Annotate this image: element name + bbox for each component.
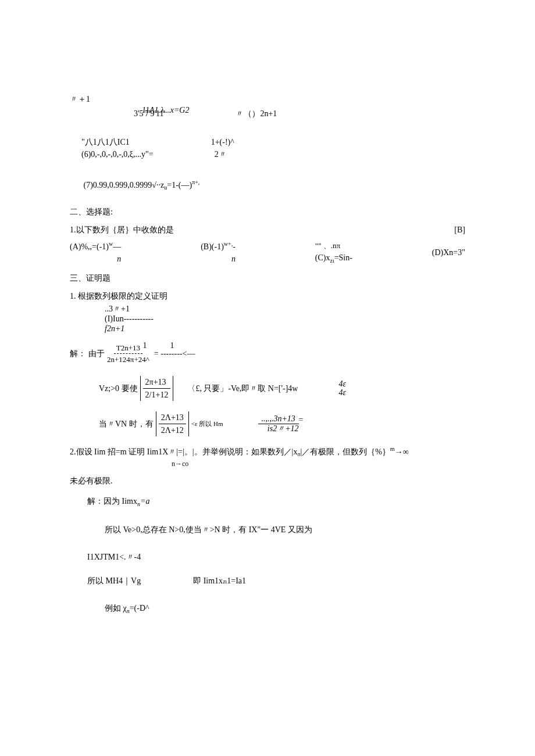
frag3-right: 1+(-!)^	[211, 136, 234, 148]
p2-line-5: 例如 χn=(-D^	[105, 602, 465, 615]
p2-cont: 未必有极限.	[70, 475, 465, 487]
solution-line-1: 解： 由于 T2n+13 2n+124π+24^ = --------<— 1 …	[70, 342, 465, 366]
p2-text-a: 2.假设 Iim 招=m 证明 Iim1X〃|=|。|。并举例说明：如果数列／|…	[70, 447, 297, 456]
fragment-line-5: (7)0.99,0.999,0.9999√··zu=1-(—)π+,	[70, 178, 465, 192]
option-c-top1: ""	[315, 241, 322, 250]
fragment-line-2: 3'5'7'9'11' 11A1.λ...x=G2 〃（）2n+1	[70, 108, 465, 120]
section-2-title: 二、选择题:	[70, 206, 465, 218]
p2-line-3: I1XJTM1<.〃-4	[87, 551, 465, 563]
p1-line3: f2n+1	[105, 324, 465, 334]
abs1-bot: 2/1+12	[143, 389, 171, 401]
question-1: 1.以下数列｛居｝中收敛的是 [B]	[70, 224, 465, 236]
p2-line4-b: 即 Iim1x	[193, 575, 223, 587]
section-3-title: 三、证明题	[70, 272, 465, 284]
p2-text-c: →∞	[395, 447, 409, 456]
p2-under: n→co	[172, 458, 465, 469]
p2-line-4: 所以 MH4｜Vg 即 Iim1xzι1=Ia1	[87, 575, 465, 587]
vn-right-sep: =	[299, 414, 304, 426]
fragment-line-1: 〃＋1	[70, 93, 465, 105]
vz-abs: 2π+13 2/1+12	[140, 376, 174, 401]
option-c-tail: =Sin-	[334, 253, 352, 262]
p2-line4-c: 1=Ia1	[227, 575, 246, 587]
abs1-top: 2π+13	[143, 376, 171, 389]
p1-line1: ..3〃+1	[105, 304, 465, 314]
q1-text: 1.以下数列｛居｝中收敛的是	[70, 225, 174, 234]
proof-2: 2.假设 Iim 招=m 证明 Iim1X〃|=|。|。并举例说明：如果数列／|…	[70, 445, 465, 458]
frag4-left: (6)0,-,0,-,0,-,0,ξ,...y"=	[81, 148, 154, 160]
p2-line-2: 所以 Ve>0,总存在 N>0,使当〃>N 时，有 IX"一 4VE 又因为	[105, 524, 465, 536]
vz-4e-a: 4ε	[338, 379, 346, 388]
p2-line4-a: 所以 MH4｜Vg	[87, 575, 141, 587]
p2-text-b: |／有极限，但数列｛%｝	[300, 447, 390, 456]
p2-exp: m	[390, 446, 395, 452]
option-b-exp: w+,	[224, 241, 233, 247]
p1-line2: (I)Iun-----------	[105, 314, 465, 324]
abs2-top: 2Λ+13	[159, 411, 186, 424]
fragment-line-4: (6)0,-,0,-,0,-,0,ξ,...y"= 2〃	[70, 148, 465, 160]
vz-4e-b: 4ε	[338, 388, 346, 397]
vz-label: Vz;>0 要使	[99, 382, 138, 395]
option-b-text: (B)(-1)	[201, 242, 224, 251]
sol-frac-den: 2n+124π+24^	[105, 354, 152, 366]
option-d: (D)Xn=3"	[432, 246, 465, 259]
p2-line4-sub: zι	[223, 577, 227, 586]
p2-sol-tail: =a	[140, 497, 149, 506]
option-a: (A)%,,=(-1)w— n	[70, 239, 121, 265]
p2-line5-a: 例如 χ	[105, 604, 127, 612]
frag5-tail: =1-(—)	[167, 181, 192, 189]
option-b-tail: -	[233, 242, 236, 251]
p2-sol-line-1: 解：因为 Iimxn=a	[87, 495, 465, 508]
vz-line: Vz;>0 要使 2π+13 2/1+12 〈£, 只要」-Ve,即〃取 N=[…	[70, 376, 465, 401]
sol-prefix: 由于	[88, 347, 105, 360]
sol-one-b: 1	[170, 341, 174, 350]
frag4-right: 2〃	[215, 148, 227, 160]
vn-label: 当〃VN 时，有	[99, 418, 154, 430]
option-a-under: n	[70, 253, 121, 265]
vn-mid: <ε 所以 Hm	[191, 419, 223, 429]
vn-abs: 2Λ+13 2Λ+12	[156, 411, 189, 436]
frag5-main: (7)0.99,0.999,0.9999√··z	[84, 181, 165, 189]
option-b: (B)(-1)w+,- n	[201, 239, 236, 265]
sol-label: 解：	[70, 347, 86, 360]
proof-1-expr: ..3〃+1 (I)Iun----------- f2n+1	[105, 304, 465, 334]
option-c-sub: zι	[330, 257, 334, 263]
q1-answer: [B]	[454, 224, 465, 236]
frag3-left: "八1八1八IC1	[81, 136, 130, 148]
option-c-text: (C)x	[315, 253, 330, 262]
fragment-line-3: "八1八1八IC1 1+(-!)^	[70, 136, 465, 148]
option-c-top2: 、.nπ	[323, 241, 340, 250]
proof-1-title: 1. 根据数列极限的定义证明	[70, 290, 465, 302]
option-b-under: n	[201, 253, 236, 265]
frag2-right: 〃（）2n+1	[236, 108, 277, 120]
sol-one-a: 1	[142, 341, 147, 350]
sol-frac-num: T2n+13	[114, 342, 142, 354]
vn-line: 当〃VN 时，有 2Λ+13 2Λ+12 <ε 所以 Hm ..,.,.3n+1…	[70, 411, 465, 436]
vz-right: 〈£, 只要」-Ve,即〃取 N=['-]4w	[187, 382, 298, 395]
option-a-tail: —	[113, 242, 121, 251]
frag2-center: 11A1.λ...x=G2	[142, 106, 189, 114]
option-c: "" 、.nπ (C)xzι=Sin-	[315, 240, 352, 264]
vz-4e: 4ε 4ε	[338, 379, 346, 397]
vn-right-bot: is2〃+12	[268, 424, 299, 433]
vn-right-top: ..,.,.3n+13	[261, 414, 295, 423]
vn-right: ..,.,.3n+13 is2〃+12	[258, 414, 299, 433]
question-1-choices: (A)%,,=(-1)w— n (B)(-1)w+,- n "" 、.nπ (C…	[70, 239, 465, 265]
abs2-bot: 2Λ+12	[159, 424, 186, 436]
p2-sol-label: 解：因为 Iimx	[87, 497, 137, 506]
p2-line5-b: =(-D^	[130, 604, 149, 612]
sol-eq: = --------<—	[154, 347, 195, 360]
frag5-exp: π+,	[192, 179, 199, 185]
option-a-text: (A)%,,=(-1)	[70, 242, 109, 251]
